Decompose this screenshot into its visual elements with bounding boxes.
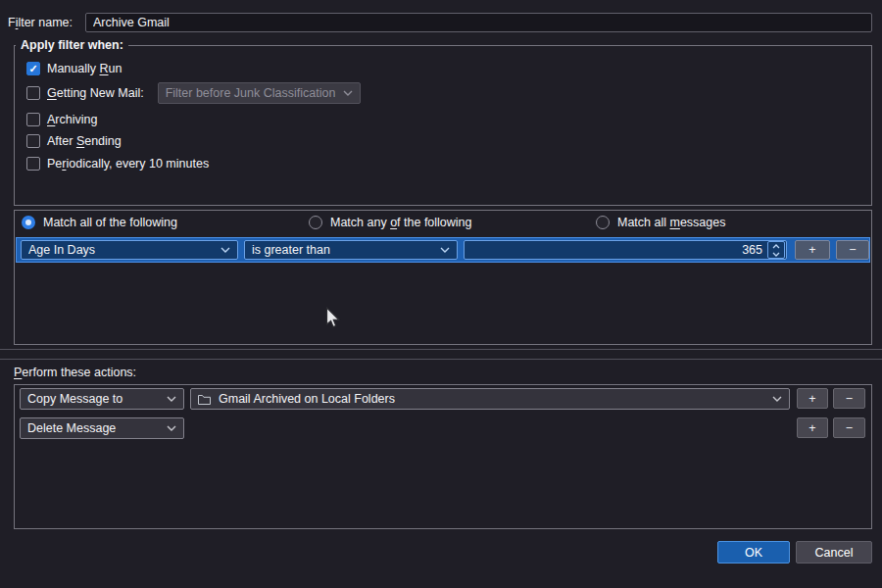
filter-criterion-row[interactable]: Age In Days is greater than 365 + − bbox=[16, 237, 870, 263]
chevron-down-icon bbox=[167, 396, 176, 402]
radio-label: Match all messages bbox=[617, 216, 725, 229]
cancel-button[interactable]: Cancel bbox=[796, 541, 872, 564]
ok-button[interactable]: OK bbox=[717, 541, 790, 564]
match-all-radio[interactable]: Match all of the following bbox=[22, 215, 177, 230]
chevron-down-icon bbox=[167, 425, 176, 431]
radio-label: Match all of the following bbox=[43, 216, 177, 229]
chevron-down-icon bbox=[772, 396, 782, 402]
criterion-attribute-select[interactable]: Age In Days bbox=[21, 240, 238, 260]
checkbox-row-manually-run[interactable]: ✓ Manually Run bbox=[26, 58, 122, 79]
match-all-messages-radio[interactable]: Match all messages bbox=[596, 215, 725, 230]
radio-unselected-icon[interactable] bbox=[596, 216, 610, 229]
remove-action-button[interactable]: − bbox=[833, 388, 865, 409]
dropdown-value: Age In Days bbox=[28, 243, 213, 257]
checkbox-row-periodically[interactable]: Periodically, every 10 minutes bbox=[26, 153, 209, 174]
checkbox-unchecked[interactable] bbox=[26, 113, 40, 126]
spinner-down-icon[interactable] bbox=[768, 250, 784, 258]
remove-action-button[interactable]: − bbox=[833, 417, 865, 438]
remove-criterion-button[interactable]: − bbox=[836, 240, 869, 260]
separator-line bbox=[0, 359, 882, 360]
filter-name-label: Filter name: bbox=[8, 16, 73, 29]
checkbox-row-archiving[interactable]: Archiving bbox=[26, 109, 97, 130]
apply-filter-when-group bbox=[14, 45, 872, 206]
apply-filter-when-legend: Apply filter when: bbox=[16, 38, 128, 52]
action-target-folder-select[interactable]: Gmail Archived on Local Folders bbox=[190, 388, 790, 410]
dropdown-value: Gmail Archived on Local Folders bbox=[219, 392, 764, 406]
filter-name-input[interactable] bbox=[85, 13, 872, 32]
checkbox-label: Manually Run bbox=[47, 62, 122, 75]
action-select[interactable]: Copy Message to bbox=[20, 388, 184, 410]
checkbox-unchecked[interactable] bbox=[26, 157, 40, 171]
dropdown-value: Delete Message bbox=[27, 421, 159, 435]
chevron-down-icon bbox=[440, 247, 450, 253]
checkbox-label: Archiving bbox=[47, 113, 97, 126]
checkbox-label: Periodically, every 10 minutes bbox=[47, 157, 209, 171]
checkbox-row-after-sending[interactable]: After Sending bbox=[26, 130, 122, 152]
number-spinner bbox=[767, 241, 785, 259]
action-select[interactable]: Delete Message bbox=[20, 417, 184, 439]
checkbox-unchecked[interactable] bbox=[26, 134, 40, 148]
checkbox-label: Getting New Mail: bbox=[47, 86, 144, 100]
checkbox-row-getting-new-mail[interactable]: Getting New Mail: Filter before Junk Cla… bbox=[26, 82, 361, 104]
checkbox-label: After Sending bbox=[47, 134, 122, 148]
folder-icon bbox=[198, 394, 211, 405]
radio-label: Match any of the following bbox=[330, 216, 472, 229]
criterion-value: 365 bbox=[465, 243, 767, 257]
dropdown-value: Filter before Junk Classification bbox=[166, 86, 336, 100]
criterion-operator-select[interactable]: is greater than bbox=[244, 240, 458, 260]
add-action-button[interactable]: + bbox=[797, 388, 828, 409]
dropdown-value: is greater than bbox=[252, 243, 432, 257]
radio-unselected-icon[interactable] bbox=[309, 216, 322, 229]
checkbox-checked[interactable]: ✓ bbox=[26, 62, 40, 75]
match-any-radio[interactable]: Match any of the following bbox=[309, 215, 472, 230]
filter-rules-dialog: Filter name: Apply filter when: ✓ Manual… bbox=[0, 0, 882, 588]
junk-classification-dropdown[interactable]: Filter before Junk Classification bbox=[158, 82, 362, 104]
separator-line bbox=[0, 349, 882, 350]
spinner-up-icon[interactable] bbox=[768, 242, 784, 250]
chevron-down-icon bbox=[220, 247, 230, 253]
radio-selected-icon[interactable] bbox=[22, 216, 35, 229]
dropdown-value: Copy Message to bbox=[27, 392, 159, 406]
perform-actions-label: Perform these actions: bbox=[14, 366, 136, 379]
add-action-button[interactable]: + bbox=[797, 417, 828, 438]
chevron-down-icon bbox=[343, 90, 353, 96]
checkbox-unchecked[interactable] bbox=[26, 86, 40, 100]
add-criterion-button[interactable]: + bbox=[795, 240, 830, 260]
check-icon: ✓ bbox=[28, 64, 37, 74]
criterion-value-input[interactable]: 365 bbox=[464, 240, 787, 260]
